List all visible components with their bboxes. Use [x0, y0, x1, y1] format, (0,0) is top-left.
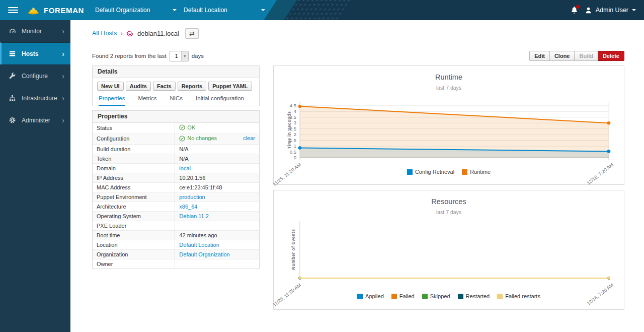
legend-failed-restarts[interactable]: Failed restarts [497, 293, 540, 299]
legend-swatch [462, 169, 467, 175]
legend-config-retrieval[interactable]: Config Retrieval [407, 169, 454, 175]
location-selector[interactable]: Default Location [184, 7, 265, 14]
user-icon [585, 7, 592, 14]
caret-down-icon [173, 9, 177, 11]
delete-button[interactable]: Delete [598, 51, 624, 61]
property-label: MAC Address [93, 183, 175, 192]
legend-swatch [391, 294, 397, 299]
property-value: N/A [175, 145, 259, 154]
properties-panel-title: Properties [93, 111, 259, 123]
legend-restarted[interactable]: Restarted [458, 293, 490, 299]
svg-text:1: 1 [294, 143, 296, 149]
property-value: 42 minutes ago [175, 231, 259, 240]
legend-label: Runtime [470, 169, 491, 175]
property-label: Domain [93, 164, 175, 173]
resources-chart-subtitle: last 7 days [274, 209, 624, 215]
breadcrumb-current-host: debian11.local [137, 30, 179, 37]
user-menu[interactable]: Admin User [585, 7, 636, 14]
svg-text:0: 0 [294, 155, 296, 160]
details-tabs: PropertiesMetricsNICsInitial configurati… [97, 95, 255, 106]
legend-swatch [357, 294, 363, 299]
tab-nics[interactable]: NICs [170, 95, 183, 106]
property-row-ip-address: IP Address10.20.1.56 [93, 173, 259, 183]
new-ui-button[interactable]: New UI [97, 82, 124, 91]
facts-button[interactable]: Facts [153, 82, 176, 91]
architecture-link[interactable]: x86_64 [179, 204, 197, 210]
edit-button[interactable]: Edit [529, 51, 550, 61]
property-value: ce:e1:23:45:1f:48 [175, 183, 259, 192]
host-switcher-button[interactable] [185, 28, 199, 39]
legend-failed[interactable]: Failed [391, 293, 415, 299]
sidebar-item-infrastructure[interactable]: Infrastructure› [0, 87, 70, 109]
chevron-right-icon: › [62, 95, 64, 102]
sidebar-item-configure[interactable]: Configure› [0, 64, 70, 87]
property-label: PXE Loader [93, 221, 175, 231]
sidebar-item-monitor[interactable]: Monitor› [0, 20, 70, 42]
tab-initial-configuration[interactable]: Initial configuration [196, 95, 244, 106]
breadcrumb-all-hosts-link[interactable]: All Hosts [92, 30, 117, 37]
svg-text:4.5: 4.5 [290, 103, 296, 108]
sidebar-item-label: Configure [22, 73, 48, 80]
menu-toggle-icon[interactable] [8, 7, 18, 13]
runtime-chart-legend: Config RetrievalRuntime [274, 169, 624, 175]
details-buttons-row: New UIAuditsFactsReportsPuppet YAML [97, 82, 255, 91]
notifications-button[interactable] [571, 6, 578, 14]
runtime-chart-title: Runtime [274, 73, 624, 81]
switch-arrows-icon [189, 30, 195, 37]
reports-text-suffix: days [192, 53, 204, 59]
legend-applied[interactable]: Applied [357, 293, 384, 299]
gear-icon [9, 116, 17, 124]
organization-selector-label: Default Organization [95, 7, 150, 14]
hardhat-logo-icon [27, 6, 40, 15]
legend-runtime[interactable]: Runtime [462, 169, 491, 175]
location-selector-label: Default Location [184, 7, 227, 14]
clone-button[interactable]: Clone [549, 51, 575, 61]
property-row-configuration: ConfigurationNo changesclear [93, 134, 259, 145]
breadcrumb-separator [120, 29, 123, 37]
wrench-icon [9, 72, 17, 80]
location-link[interactable]: Default Location [179, 242, 219, 248]
property-value: Default Organization [175, 250, 259, 259]
clear-link[interactable]: clear [243, 135, 255, 142]
reports-bar: Found 2 reports from the last 1 days Edi… [92, 50, 624, 61]
sidebar-item-label: Administer [22, 117, 50, 124]
foreman-logo[interactable]: FOREMAN [27, 6, 84, 15]
property-row-token: TokenN/A [93, 154, 259, 164]
property-row-operating-system: Operating SystemDebian 11.2 [93, 212, 259, 221]
property-value [175, 259, 259, 269]
puppet-environment-link[interactable]: production [179, 194, 205, 200]
sidebar-item-administer[interactable]: Administer› [0, 109, 70, 131]
legend-label: Applied [365, 293, 384, 299]
days-select[interactable]: 1 [170, 51, 189, 61]
reports-button[interactable]: Reports [178, 82, 207, 91]
tab-properties[interactable]: Properties [99, 95, 125, 106]
svg-text:0.5: 0.5 [290, 149, 296, 155]
property-label: Puppet Environment [93, 192, 175, 202]
tab-metrics[interactable]: Metrics [138, 95, 156, 106]
organization-selector[interactable]: Default Organization [95, 7, 177, 14]
property-value: 10.20.1.56 [175, 173, 259, 183]
sidebar-item-hosts[interactable]: Hosts› [0, 42, 70, 64]
chevron-right-icon: › [62, 117, 64, 124]
property-row-puppet-environment: Puppet Environmentproduction [93, 192, 259, 202]
resources-chart-panel: Resources last 7 days Number of Events11… [273, 190, 624, 310]
legend-skipped[interactable]: Skipped [422, 293, 450, 299]
legend-swatch [422, 294, 428, 299]
property-label: Configuration [93, 134, 175, 145]
organization-link[interactable]: Default Organization [179, 251, 229, 257]
domain-link[interactable]: local [179, 165, 191, 171]
svg-text:2: 2 [294, 131, 296, 137]
operating-system-link[interactable]: Debian 11.2 [179, 213, 209, 219]
puppet-yaml-button[interactable]: Puppet YAML [208, 82, 252, 91]
audits-button[interactable]: Audits [126, 82, 151, 91]
property-label: Build duration [93, 145, 175, 154]
legend-swatch [458, 294, 463, 299]
resources-chart-title: Resources [274, 197, 624, 206]
property-value [175, 221, 259, 231]
sidebar-item-label: Monitor [22, 28, 42, 35]
property-row-organization: OrganizationDefault Organization [93, 250, 259, 259]
legend-label: Failed restarts [505, 293, 540, 299]
property-label: Owner [93, 259, 175, 269]
legend-label: Restarted [466, 293, 490, 299]
breadcrumb: All Hosts debian11.local [92, 27, 624, 39]
